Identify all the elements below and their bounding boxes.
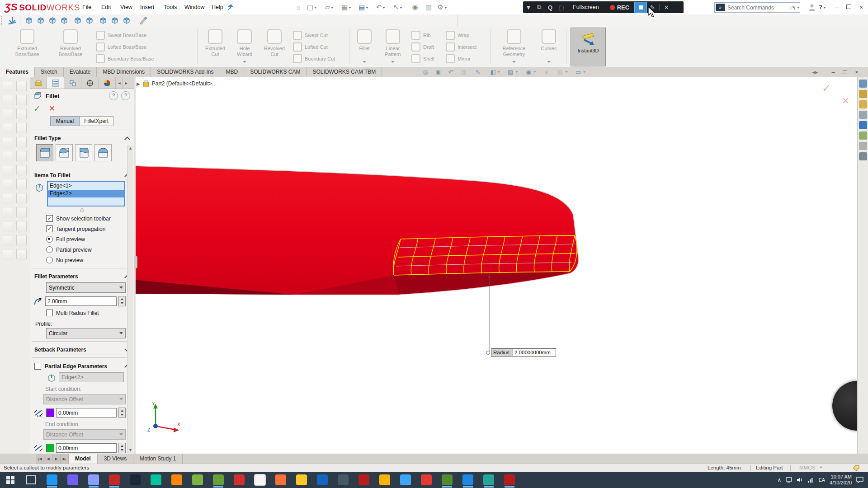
viber-taskbar-icon[interactable]	[62, 472, 83, 488]
lofted-boss-base-button[interactable]: Lofted Boss/Base	[96, 42, 146, 52]
start-offset-spinner[interactable]	[118, 408, 126, 418]
save-icon[interactable]: ▦	[341, 2, 352, 13]
hole-wizard-button[interactable]: Hole Wizard	[231, 28, 258, 65]
collapse-chevron-icon[interactable]	[124, 136, 130, 142]
radius-input[interactable]	[45, 296, 117, 306]
callout-handle-icon[interactable]	[486, 351, 490, 355]
revolved-boss-base-button[interactable]: Revolved Boss/Base	[50, 28, 91, 65]
left-toolbar-icon[interactable]	[3, 207, 13, 217]
start-offset-input[interactable]	[56, 408, 117, 418]
checkbox-icon[interactable]	[34, 363, 41, 370]
tab-motion-study-1[interactable]: Motion Study 1	[133, 454, 183, 464]
filmora-taskbar-icon[interactable]	[146, 472, 166, 488]
menu-insert[interactable]: Insert	[136, 0, 159, 14]
left-toolbar-icon[interactable]	[3, 179, 13, 189]
volume-tray-icon[interactable]	[797, 477, 803, 483]
tab-evaluate[interactable]: Evaluate	[64, 67, 97, 77]
end-offset-color-swatch[interactable]	[46, 444, 54, 452]
cinema4d-taskbar-icon[interactable]	[333, 472, 354, 488]
partial-preview-radio-row[interactable]: Partial preview	[30, 244, 134, 255]
solid-cube-icon-2[interactable]	[110, 16, 119, 25]
maya-taskbar-icon[interactable]	[478, 472, 499, 488]
extrude-tool-icon-1[interactable]	[24, 16, 33, 25]
tangent-propagation-row[interactable]: ✓Tangent propagation	[30, 224, 134, 234]
edge-list-item[interactable]: Edge<1>	[48, 182, 124, 190]
tab-mbd[interactable]: MBD	[220, 67, 245, 77]
oculus-taskbar-icon[interactable]	[250, 472, 270, 488]
partial-edge-field[interactable]: Edge<2>	[59, 372, 124, 382]
boundary-cut-button[interactable]: Boundary Cut	[293, 54, 335, 64]
solid-cube-icon-1[interactable]	[99, 16, 108, 25]
window-restore-button[interactable]	[844, 3, 854, 12]
prev-tab-button[interactable]: ◀	[44, 454, 52, 464]
extrude-tool-icon-3[interactable]	[48, 16, 57, 25]
view-orientation-icon[interactable]: ▧	[505, 68, 516, 77]
menu-edit[interactable]: Edit	[97, 0, 116, 14]
search-caret-icon[interactable]	[797, 7, 800, 9]
face-fillet-button[interactable]	[75, 144, 92, 161]
status-units[interactable]: MMGS	[799, 465, 816, 470]
mirror-button[interactable]: Mirror	[446, 54, 471, 64]
calendar-app-taskbar-icon[interactable]	[208, 472, 229, 488]
wrap-button[interactable]: Wrap	[446, 30, 469, 40]
file-explorer-icon[interactable]	[859, 100, 867, 108]
tab-mbd-dimensions[interactable]: MBD Dimensions	[97, 67, 151, 77]
screen-recorder-taskbar-icon[interactable]	[229, 472, 250, 488]
left-toolbar-icon[interactable]	[16, 221, 27, 231]
edit-appearance-icon[interactable]: ●	[541, 68, 552, 77]
left-toolbar-icon[interactable]	[16, 193, 27, 203]
radio-selected-icon[interactable]	[46, 236, 53, 243]
steam-2-taskbar-icon[interactable]	[458, 472, 478, 488]
window-minimize-button[interactable]: –	[832, 3, 842, 12]
start-offset-color-swatch[interactable]	[46, 408, 54, 417]
network-tray-icon[interactable]	[807, 477, 814, 483]
checkbox-checked-icon[interactable]: ✓	[46, 225, 53, 232]
splitter-grab-handle[interactable]	[134, 256, 137, 268]
display-tray-icon[interactable]	[786, 477, 792, 483]
panel-splitter[interactable]	[134, 77, 136, 454]
left-toolbar-icon[interactable]	[16, 179, 27, 189]
panel-tabs-left-arrow-icon[interactable]: ◂	[116, 77, 123, 89]
swept-boss-base-button[interactable]: Swept Boss/Base	[96, 30, 146, 40]
fillet-parameters-header[interactable]: Fillet Parameters	[30, 271, 134, 282]
reference-geometry-button[interactable]: Reference Geometry	[494, 28, 534, 65]
boundary-boss-base-button[interactable]: Boundary Boss/Base	[96, 54, 154, 64]
tab-solidworks-cam-tbm[interactable]: SOLIDWORKS CAM TBM	[307, 67, 382, 77]
lightning-app-taskbar-icon[interactable]	[104, 472, 125, 488]
left-toolbar-icon[interactable]	[3, 249, 13, 259]
annotations-visibility-icon[interactable]: ✎	[472, 68, 484, 77]
rib-button[interactable]: Rib	[411, 30, 431, 40]
previous-view-icon[interactable]: ↶	[445, 68, 457, 77]
left-toolbar-icon[interactable]	[3, 81, 13, 91]
red-diamond-app-taskbar-icon[interactable]	[416, 472, 437, 488]
recorder-region-icon[interactable]: ⬚	[556, 4, 566, 11]
rec-label[interactable]: REC	[617, 4, 629, 11]
view-settings-icon[interactable]: ▭	[572, 68, 584, 77]
firefox-taskbar-icon[interactable]	[270, 472, 291, 488]
fillet-button[interactable]: Fillet	[353, 28, 376, 65]
variable-size-fillet-button[interactable]	[56, 144, 73, 161]
recorder-fullscreen-label[interactable]: Fullscreen	[566, 4, 605, 10]
recorder-window-icon[interactable]: ⧉	[534, 4, 545, 11]
constant-size-fillet-button[interactable]	[36, 144, 53, 161]
extrude-tool-icon-4[interactable]	[60, 16, 69, 25]
task-view-taskbar-icon[interactable]	[21, 472, 42, 488]
symmetry-dropdown[interactable]: Symmetric	[46, 282, 126, 293]
tab-model[interactable]: Model	[69, 454, 98, 464]
panel-tabs-right-arrow-icon[interactable]: ▸	[123, 77, 129, 89]
start-condition-dropdown[interactable]: Distance Offset	[43, 394, 126, 404]
vlc-taskbar-icon[interactable]	[166, 472, 187, 488]
show-selection-toolbar-row[interactable]: ✓Show selection toolbar	[30, 213, 134, 224]
tray-clock[interactable]: 10:07 AM 4/10/2020	[830, 474, 852, 486]
new-document-icon[interactable]: ▢	[307, 2, 317, 13]
curves-button[interactable]: Curves	[536, 28, 561, 65]
start-button[interactable]	[0, 472, 21, 488]
tab-features[interactable]: Features	[0, 67, 35, 77]
shell-button[interactable]: Shell	[411, 54, 434, 64]
coreldraw-taskbar-icon[interactable]	[437, 472, 458, 488]
left-toolbar-icon[interactable]	[3, 109, 13, 119]
doc-close-button[interactable]: ×	[851, 68, 863, 77]
display-manager-tab[interactable]	[99, 77, 116, 89]
last-tab-button[interactable]: ▶|	[61, 454, 69, 464]
menu-file[interactable]: File	[78, 0, 96, 14]
